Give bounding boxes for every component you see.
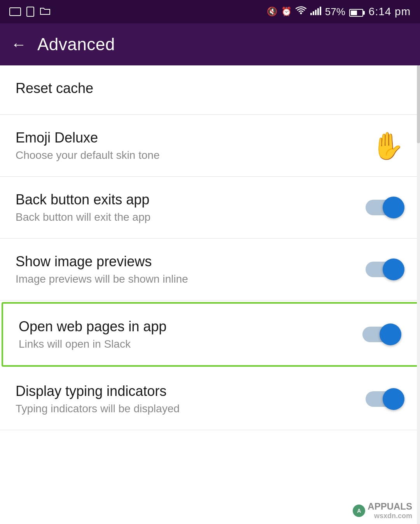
reset-cache-title: Reset cache bbox=[16, 80, 404, 97]
settings-item-reset-cache-text: Reset cache bbox=[16, 80, 404, 100]
device-icon bbox=[26, 7, 34, 17]
settings-item-open-web-pages[interactable]: Open web pages in app Links will open in… bbox=[2, 302, 418, 367]
status-bar-right-icons: 🔇 ⏰ + 57% bbox=[267, 5, 411, 18]
settings-item-web-text: Open web pages in app Links will open in… bbox=[19, 318, 355, 350]
watermark-logo: A bbox=[353, 505, 365, 517]
settings-item-typing-indicators[interactable]: Display typing indicators Typing indicat… bbox=[0, 368, 420, 430]
settings-item-image-text: Show image previews Image previews will … bbox=[16, 253, 358, 285]
emoji-deluxe-subtitle: Choose your default skin tone bbox=[16, 149, 364, 162]
settings-content: Reset cache Emoji Deluxe Choose your def… bbox=[0, 65, 420, 524]
svg-text:+: + bbox=[304, 7, 306, 10]
show-image-previews-subtitle: Image previews will be shown inline bbox=[16, 273, 358, 285]
toggle-thumb bbox=[380, 324, 401, 345]
settings-item-emoji-deluxe[interactable]: Emoji Deluxe Choose your default skin to… bbox=[0, 115, 420, 177]
scrollbar[interactable] bbox=[417, 65, 420, 524]
signal-icon bbox=[310, 6, 321, 18]
toggle-thumb bbox=[383, 388, 404, 410]
svg-point-0 bbox=[300, 12, 302, 14]
toggle-thumb bbox=[383, 197, 404, 218]
open-web-pages-title: Open web pages in app bbox=[19, 318, 355, 335]
settings-item-reset-cache[interactable]: Reset cache bbox=[0, 65, 420, 115]
settings-item-emoji-text: Emoji Deluxe Choose your default skin to… bbox=[16, 130, 364, 162]
toolbar: ← Advanced bbox=[0, 23, 420, 65]
settings-item-typing-text: Display typing indicators Typing indicat… bbox=[16, 383, 358, 415]
back-button[interactable]: ← bbox=[11, 37, 26, 52]
status-bar-left-icons bbox=[9, 7, 51, 17]
open-web-pages-toggle-container[interactable] bbox=[362, 324, 401, 345]
toggle-thumb bbox=[383, 258, 404, 280]
screen-icon bbox=[9, 7, 21, 16]
emoji-hand-container: ✋ bbox=[371, 132, 404, 159]
open-web-pages-toggle[interactable] bbox=[362, 324, 401, 345]
typing-toggle-container[interactable] bbox=[366, 388, 404, 410]
display-typing-subtitle: Typing indicators will be displayed bbox=[16, 403, 358, 415]
status-bar: 🔇 ⏰ + 57% bbox=[0, 0, 420, 23]
typing-toggle[interactable] bbox=[366, 388, 404, 410]
watermark-text: APPUALS wsxdn.com bbox=[368, 501, 412, 520]
status-time: 6:14 pm bbox=[369, 5, 411, 18]
scrollbar-thumb bbox=[417, 65, 420, 143]
settings-item-back-button[interactable]: Back button exits app Back button will e… bbox=[0, 177, 420, 239]
image-previews-toggle[interactable] bbox=[366, 258, 404, 280]
alarm-icon: ⏰ bbox=[281, 7, 292, 17]
settings-item-back-text: Back button exits app Back button will e… bbox=[16, 192, 358, 223]
emoji-hand-icon: ✋ bbox=[371, 132, 404, 159]
open-web-pages-subtitle: Links will open in Slack bbox=[19, 338, 355, 350]
back-button-exits-title: Back button exits app bbox=[16, 192, 358, 208]
wifi-icon: + bbox=[296, 6, 306, 17]
back-button-toggle-container[interactable] bbox=[366, 197, 404, 218]
battery-percent: 57% bbox=[325, 6, 345, 18]
watermark: A APPUALS wsxdn.com bbox=[353, 501, 412, 520]
battery-icon bbox=[349, 6, 365, 18]
back-button-exits-subtitle: Back button will exit the app bbox=[16, 211, 358, 223]
folder-icon bbox=[40, 7, 51, 17]
display-typing-title: Display typing indicators bbox=[16, 383, 358, 399]
back-button-toggle[interactable] bbox=[366, 197, 404, 218]
emoji-deluxe-title: Emoji Deluxe bbox=[16, 130, 364, 146]
show-image-previews-title: Show image previews bbox=[16, 253, 358, 270]
mute-icon: 🔇 bbox=[267, 7, 277, 17]
image-previews-toggle-container[interactable] bbox=[366, 258, 404, 280]
page-title: Advanced bbox=[37, 35, 115, 54]
settings-item-image-previews[interactable]: Show image previews Image previews will … bbox=[0, 239, 420, 301]
